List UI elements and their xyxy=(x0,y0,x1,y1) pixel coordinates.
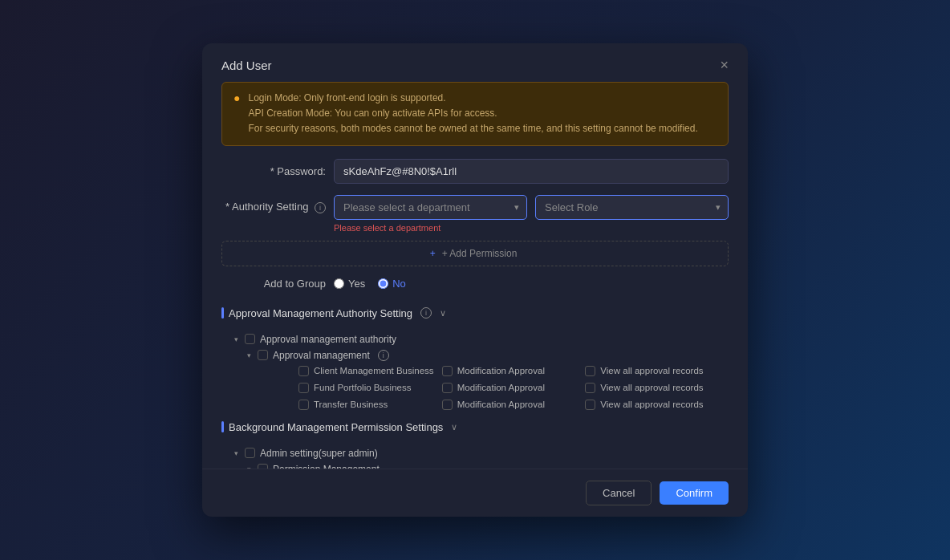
role-select-wrapper: Select Role xyxy=(535,195,729,220)
client-biz-checkbox[interactable] xyxy=(298,366,309,376)
approval-management-node: ▾ Approval management i Client Managemen… xyxy=(247,350,729,410)
fund-biz-label: Fund Portfolio Business xyxy=(314,383,411,392)
fund-mod-approval-label: Modification Approval xyxy=(457,383,545,392)
fund-biz-checkbox[interactable] xyxy=(298,383,309,393)
alert-box: ● Login Mode: Only front-end login is su… xyxy=(221,82,729,146)
alert-icon: ● xyxy=(233,91,240,137)
dept-select[interactable]: Please select a department xyxy=(334,195,527,220)
approval-authority-label: Approval management authority xyxy=(260,334,396,345)
admin-setting-label: Admin setting(super admin) xyxy=(260,448,378,459)
role-select[interactable]: Select Role xyxy=(535,195,729,220)
approval-authority-arrow[interactable]: ▾ xyxy=(234,335,238,343)
fund-view-records-item: View all approval records xyxy=(585,383,729,393)
client-biz-label: Client Management Business xyxy=(314,366,434,375)
admin-setting-arrow[interactable]: ▾ xyxy=(234,449,238,457)
cancel-button[interactable]: Cancel xyxy=(586,481,652,505)
approval-authority-node: ▾ Approval management authority ▾ Approv… xyxy=(234,334,729,410)
alert-line-2: API Creation Mode: You can only activate… xyxy=(248,106,697,121)
confirm-button[interactable]: Confirm xyxy=(660,481,729,505)
approval-management-checkbox[interactable] xyxy=(258,350,268,360)
add-to-group-row: Add to Group Yes No xyxy=(221,278,729,290)
client-view-records-label: View all approval records xyxy=(600,366,703,375)
approval-section-info-icon[interactable]: i xyxy=(420,307,432,319)
client-view-records-item: View all approval records xyxy=(585,366,729,376)
dept-select-wrapper: Please select a department xyxy=(334,195,527,220)
transfer-mod-approval-item: Modification Approval xyxy=(442,400,586,410)
client-biz-item: Client Management Business xyxy=(298,366,442,376)
approval-row-1: Fund Portfolio Business Modification App… xyxy=(298,383,729,393)
add-to-group-label: Add to Group xyxy=(221,278,326,290)
background-section-chevron[interactable]: ∨ xyxy=(451,422,457,432)
approval-row-0: Client Management Business Modification … xyxy=(298,366,729,376)
dept-error: Please select a department xyxy=(334,223,729,233)
admin-setting-node: ▾ Admin setting(super admin) ▾ Permissio… xyxy=(234,448,729,469)
modal-header: Add User × xyxy=(202,43,748,82)
radio-options: Yes No xyxy=(334,278,406,290)
authority-setting-row: * Authority Setting i Please select a de… xyxy=(221,195,729,220)
close-button[interactable]: × xyxy=(720,58,729,72)
approval-management-info-icon[interactable]: i xyxy=(378,350,389,361)
background-section-header: Background Management Permission Setting… xyxy=(221,416,729,438)
alert-line-3: For security reasons, both modes cannot … xyxy=(248,121,697,136)
admin-setting-header: ▾ Admin setting(super admin) xyxy=(234,448,729,459)
client-mod-approval-label: Modification Approval xyxy=(457,366,545,375)
radio-no-input[interactable] xyxy=(378,278,388,289)
approval-section-header: Approval Management Authority Setting i … xyxy=(221,302,729,324)
approval-authority-header: ▾ Approval management authority xyxy=(234,334,729,345)
modal-footer: Cancel Confirm xyxy=(202,469,748,517)
fund-biz-item: Fund Portfolio Business xyxy=(298,383,442,393)
fund-mod-approval-item: Modification Approval xyxy=(442,383,586,393)
add-permission-label: + Add Permission xyxy=(442,248,518,259)
fund-view-records-checkbox[interactable] xyxy=(585,383,595,393)
client-mod-approval-item: Modification Approval xyxy=(442,366,586,376)
transfer-biz-checkbox[interactable] xyxy=(298,400,309,410)
approval-section-bar xyxy=(221,307,224,319)
radio-no[interactable]: No xyxy=(378,278,406,290)
transfer-view-records-label: View all approval records xyxy=(600,400,703,409)
transfer-view-records-item: View all approval records xyxy=(585,400,729,410)
approval-management-label: Approval management xyxy=(273,350,370,361)
approval-rows: Client Management Business Modification … xyxy=(273,366,729,410)
radio-yes-input[interactable] xyxy=(334,278,344,289)
approval-section-title: Approval Management Authority Setting xyxy=(229,307,412,319)
admin-setting-checkbox[interactable] xyxy=(245,448,255,458)
password-row: * Password: xyxy=(221,159,729,184)
authority-setting-label: * Authority Setting i xyxy=(221,201,326,213)
approval-section-chevron[interactable]: ∨ xyxy=(440,308,446,319)
client-view-records-checkbox[interactable] xyxy=(585,366,595,376)
password-input[interactable] xyxy=(334,159,729,184)
approval-row-2: Transfer Business Modification Approval … xyxy=(298,400,729,410)
approval-authority-checkbox[interactable] xyxy=(245,334,255,344)
modal-body: ● Login Mode: Only front-end login is su… xyxy=(202,82,748,469)
transfer-view-records-checkbox[interactable] xyxy=(585,400,595,410)
transfer-biz-label: Transfer Business xyxy=(314,400,388,409)
alert-text: Login Mode: Only front-end login is supp… xyxy=(248,91,697,137)
alert-line-1: Login Mode: Only front-end login is supp… xyxy=(248,91,697,106)
add-permission-icon: + xyxy=(430,248,436,259)
authority-info-icon[interactable]: i xyxy=(315,202,326,213)
transfer-biz-item: Transfer Business xyxy=(298,400,442,410)
client-mod-approval-checkbox[interactable] xyxy=(442,366,453,376)
page-background: Add User × ● Login Mode: Only front-end … xyxy=(0,0,950,560)
approval-management-arrow[interactable]: ▾ xyxy=(247,351,251,359)
add-permission-row[interactable]: + + Add Permission xyxy=(221,241,729,266)
background-section-bar xyxy=(221,421,224,432)
modal-title: Add User xyxy=(221,59,272,72)
password-label: * Password: xyxy=(221,165,326,177)
approval-management-header: ▾ Approval management i xyxy=(247,350,729,361)
radio-yes[interactable]: Yes xyxy=(334,278,365,290)
transfer-mod-approval-checkbox[interactable] xyxy=(442,400,453,410)
fund-view-records-label: View all approval records xyxy=(600,383,703,392)
add-user-modal: Add User × ● Login Mode: Only front-end … xyxy=(202,43,748,517)
background-section-title: Background Management Permission Setting… xyxy=(229,421,443,433)
transfer-mod-approval-label: Modification Approval xyxy=(457,400,545,409)
fund-mod-approval-checkbox[interactable] xyxy=(442,383,453,393)
